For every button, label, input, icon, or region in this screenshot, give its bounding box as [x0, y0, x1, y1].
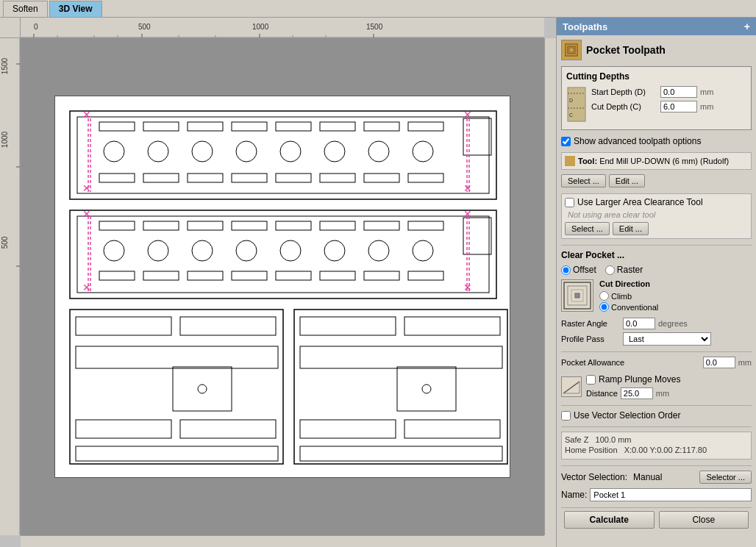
- svg-text:✕: ✕: [463, 182, 472, 194]
- ramp-checkbox[interactable]: [586, 375, 596, 385]
- svg-rect-100: [180, 420, 276, 438]
- pocket-visual-icon: [561, 279, 593, 312]
- profile-pass-select[interactable]: Last First None: [623, 332, 711, 346]
- raster-angle-input[interactable]: [623, 318, 655, 329]
- svg-point-74: [368, 240, 389, 261]
- close-button[interactable]: Close: [659, 511, 749, 529]
- conventional-radio-row: Conventional: [599, 302, 752, 312]
- ruler-h-svg: 0 500 1000 1500: [21, 18, 544, 38]
- larger-area-buttons: Select ... Edit ...: [565, 222, 748, 235]
- cut-direction-title: Cut Direction: [599, 279, 752, 288]
- climb-label: Climb: [611, 292, 632, 301]
- cut-depth-input[interactable]: [660, 101, 697, 112]
- pocket-detail-row: Cut Direction Climb Conventional: [561, 279, 752, 313]
- ramp-row: Ramp Plunge Moves Distance mm: [561, 374, 752, 399]
- canvas-viewport: ✕ ✕ ✕ ✕: [21, 38, 544, 535]
- name-input[interactable]: [590, 488, 752, 501]
- svg-rect-63: [232, 221, 267, 230]
- climb-radio-row: Climb: [599, 291, 752, 301]
- divider-2: [561, 351, 752, 352]
- svg-rect-32: [408, 122, 443, 131]
- raster-radio[interactable]: [605, 265, 615, 275]
- vertical-scrollbar[interactable]: [544, 38, 556, 535]
- svg-rect-30: [320, 122, 355, 131]
- svg-point-33: [104, 141, 124, 162]
- profile-pass-row: Profile Pass Last First None: [561, 332, 752, 346]
- svg-rect-83: [408, 271, 443, 280]
- svg-text:1000: 1000: [252, 23, 269, 31]
- svg-rect-26: [143, 122, 179, 131]
- depth-diagram-svg: D C: [566, 86, 587, 123]
- svg-point-73: [324, 240, 345, 261]
- svg-rect-48: [408, 174, 443, 182]
- use-vector-checkbox[interactable]: [561, 411, 571, 421]
- panel-close-button[interactable]: +: [744, 21, 750, 32]
- panel-header: Toolpaths +: [557, 18, 756, 35]
- selector-button[interactable]: Selector ...: [699, 471, 752, 484]
- svg-rect-82: [364, 271, 399, 280]
- tool-prefix: Tool:: [578, 157, 597, 165]
- name-row: Name:: [561, 488, 752, 501]
- svg-text:✕: ✕: [82, 282, 91, 293]
- cut-direction-box: Cut Direction Climb Conventional: [599, 279, 752, 313]
- conventional-radio[interactable]: [599, 302, 609, 312]
- ruler-horizontal: 0 500 1000 1500: [21, 18, 544, 38]
- safe-z-label: Safe Z: [565, 435, 588, 444]
- calculate-button[interactable]: Calculate: [564, 511, 655, 529]
- larger-area-checkbox-row: Use Larger Area Clearance Tool: [565, 197, 748, 207]
- svg-text:500: 500: [138, 23, 151, 31]
- larger-area-checkbox[interactable]: [565, 198, 574, 207]
- svg-text:✕: ✕: [463, 208, 472, 220]
- tab-soften[interactable]: Soften: [3, 1, 48, 17]
- advanced-options-checkbox[interactable]: [561, 137, 571, 146]
- svg-rect-79: [232, 271, 267, 280]
- distance-label: Distance: [586, 389, 618, 398]
- svg-rect-80: [276, 271, 311, 280]
- pocket-allowance-input[interactable]: [703, 357, 735, 368]
- tool-select-button[interactable]: Select ...: [561, 174, 606, 187]
- advanced-options-label: Show advanced toolpath options: [574, 136, 701, 146]
- ramp-section: Ramp Plunge Moves Distance mm: [561, 374, 752, 399]
- safe-z-section: Safe Z 100.0 mm Home Position X:0.00 Y:0…: [561, 432, 752, 460]
- distance-input[interactable]: [621, 387, 653, 399]
- divider-5: [561, 465, 752, 466]
- svg-rect-96: [76, 346, 278, 368]
- svg-rect-99: [76, 420, 171, 438]
- tool-edit-button[interactable]: Edit ...: [609, 174, 645, 187]
- start-depth-unit: mm: [700, 87, 713, 96]
- cut-depth-unit: mm: [700, 102, 713, 111]
- scrollbar-corner: [544, 535, 556, 547]
- svg-point-75: [413, 240, 433, 261]
- larger-area-edit-button[interactable]: Edit ...: [613, 222, 649, 235]
- svg-rect-60: [99, 221, 135, 230]
- ramp-label: Ramp Plunge Moves: [599, 374, 680, 385]
- ruler-vertical: 1500 1000 500: [0, 38, 21, 535]
- svg-text:✕: ✕: [463, 109, 472, 121]
- name-label: Name:: [561, 490, 587, 500]
- svg-rect-106: [397, 367, 456, 411]
- tab-3d-view[interactable]: 3D View: [49, 1, 102, 17]
- home-position-label: Home Position: [565, 446, 618, 454]
- svg-rect-45: [276, 174, 311, 182]
- horizontal-scrollbar[interactable]: [21, 535, 544, 547]
- svg-rect-31: [364, 122, 399, 131]
- svg-point-35: [192, 141, 213, 162]
- start-depth-label: Start Depth (D): [591, 87, 657, 96]
- safe-z-row: Safe Z 100.0 mm: [565, 435, 748, 444]
- svg-rect-105: [300, 346, 502, 368]
- start-depth-input[interactable]: [660, 86, 697, 98]
- svg-rect-43: [188, 174, 223, 182]
- divider-3: [561, 405, 752, 406]
- svg-text:1000: 1000: [1, 131, 9, 148]
- svg-point-36: [236, 141, 257, 162]
- larger-area-select-button[interactable]: Select ...: [565, 222, 610, 235]
- svg-text:✕: ✕: [82, 182, 91, 194]
- climb-radio[interactable]: [599, 291, 609, 301]
- svg-rect-42: [143, 174, 179, 182]
- svg-rect-46: [320, 174, 355, 182]
- offset-radio[interactable]: [561, 265, 571, 275]
- svg-rect-94: [76, 317, 171, 335]
- svg-point-107: [422, 385, 431, 393]
- svg-text:✕: ✕: [82, 208, 91, 220]
- section-heading: Pocket Toolpath: [586, 44, 666, 56]
